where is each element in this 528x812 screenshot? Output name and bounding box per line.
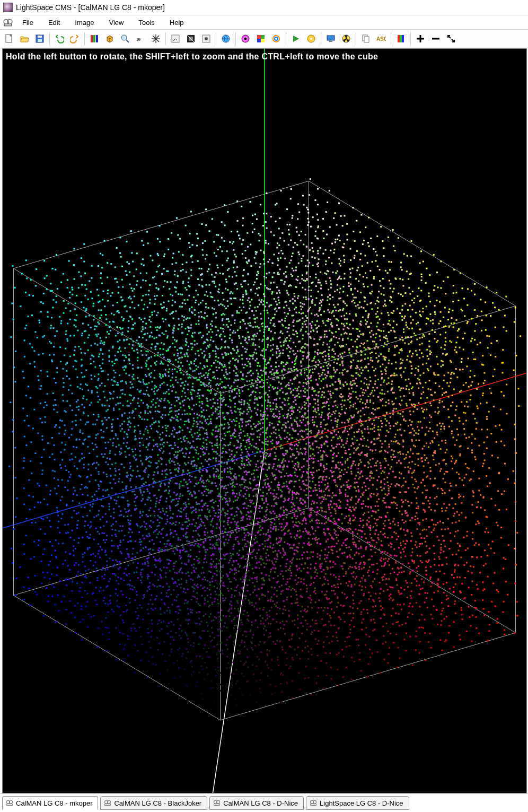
globe-icon[interactable] [218,31,233,46]
svg-point-22 [205,37,208,40]
tab-label: LightSpace LG C8 - D-Nice [320,799,403,807]
menu-bar: File Edit Image View Tools Help [0,15,528,30]
copy-doc-icon[interactable] [358,31,373,46]
toolbar-separator [286,32,286,45]
menu-help[interactable]: Help [162,17,191,28]
toolbar-separator [235,32,236,45]
svg-rect-43 [400,35,402,42]
mdi-window-icon [104,799,111,807]
menu-view[interactable]: View [102,17,131,28]
svg-rect-5 [38,36,42,38]
viewport-hint: Hold the left button to rotate, the SHIF… [6,52,378,62]
redo-icon[interactable] [67,31,82,46]
mdi-control-icon[interactable] [3,18,13,27]
drop-tool-icon[interactable] [199,31,214,46]
rgb-bars-icon[interactable] [393,31,408,46]
svg-point-10 [121,35,127,40]
tab-calman-mkoper[interactable]: CalMAN LG C8 - mkoper [2,796,98,810]
zoom-tool-icon[interactable] [118,31,133,46]
color-bars-icon[interactable] [87,31,102,46]
svg-point-34 [310,38,312,40]
svg-point-32 [275,37,278,40]
picker-icon[interactable] [168,31,183,46]
svg-rect-8 [93,35,95,42]
svg-rect-27 [257,35,261,39]
toolbar-separator [410,32,411,45]
svg-rect-6 [38,39,42,42]
burst-icon[interactable] [148,31,163,46]
toolbar-separator [391,32,391,45]
svg-rect-35 [327,36,335,40]
svg-rect-9 [96,35,98,42]
svg-point-31 [273,36,279,42]
gamut-grid-icon[interactable] [253,31,268,46]
minus-icon[interactable] [428,31,443,46]
asc-icon[interactable]: ASC [374,31,389,46]
undo-icon[interactable] [52,31,67,46]
svg-point-38 [346,38,347,40]
svg-rect-53 [214,804,220,806]
color-burst-icon[interactable] [269,31,284,46]
toolbar-separator [321,32,321,45]
svg-point-1 [7,19,12,24]
tab-label: CalMAN LG C8 - BlackJoker [114,799,201,807]
disc-icon[interactable] [304,31,319,46]
svg-rect-7 [91,35,93,42]
cube-3d-icon[interactable] [102,31,117,46]
svg-rect-42 [398,35,400,42]
svg-text:ASC: ASC [376,36,386,42]
tab-lightspace-dnice[interactable]: LightSpace LG C8 - D-Nice [306,796,409,810]
title-bar: LightSpace CMS - [CalMAN LG C8 - mkoper] [0,0,528,15]
svg-rect-29 [257,39,261,42]
tab-calman-dnice[interactable]: CalMAN LG C8 - D-Nice [209,796,304,810]
menu-edit[interactable]: Edit [41,17,67,28]
tab-label: CalMAN LG C8 - D-Nice [223,799,298,807]
play-icon[interactable] [288,31,303,46]
app-icon [3,3,13,12]
toolbar-separator [165,32,166,45]
mdi-window-icon [6,799,13,807]
svg-rect-40 [364,37,369,42]
document-tabs: CalMAN LG C8 - mkoper CalMAN LG C8 - Bla… [0,793,528,810]
toolbar-separator [356,32,356,45]
plus-icon[interactable] [413,31,428,46]
svg-rect-50 [105,804,111,806]
radiation-icon[interactable] [339,31,354,46]
svg-rect-44 [402,35,404,42]
svg-rect-30 [261,39,265,42]
mdi-window-icon [213,799,221,807]
svg-point-26 [244,38,247,40]
menu-file[interactable]: File [15,17,41,28]
tab-label: CalMAN LG C8 - mkoper [16,799,92,807]
mdi-window-icon [310,799,317,807]
monitor-icon[interactable] [323,31,338,46]
menu-image[interactable]: Image [67,17,101,28]
glyph-tool-icon[interactable]: æ [133,31,148,46]
toolbar: æ ASC [0,30,528,48]
3d-viewport[interactable]: Hold the left button to rotate, the SHIF… [2,48,527,793]
window-title: LightSpace CMS - [CalMAN LG C8 - mkoper] [16,3,165,12]
svg-line-11 [126,40,129,42]
toolbar-separator [84,32,85,45]
toolbar-separator [49,32,50,45]
cms-square-icon[interactable] [183,31,198,46]
save-file-icon[interactable] [32,31,47,46]
color-cube-canvas[interactable] [3,49,526,793]
svg-rect-2 [4,24,12,25]
svg-rect-36 [329,41,332,42]
open-file-icon[interactable] [17,31,32,46]
tab-calman-blackjoker[interactable]: CalMAN LG C8 - BlackJoker [100,796,207,810]
expand-icon[interactable] [444,31,459,46]
new-file-icon[interactable] [2,31,16,46]
toolbar-separator [216,32,216,45]
svg-rect-47 [7,804,13,806]
svg-text:æ: æ [137,36,140,42]
color-wheel-icon[interactable] [238,31,253,46]
menu-tools[interactable]: Tools [131,17,162,28]
svg-rect-28 [261,35,265,39]
svg-rect-56 [311,804,316,806]
